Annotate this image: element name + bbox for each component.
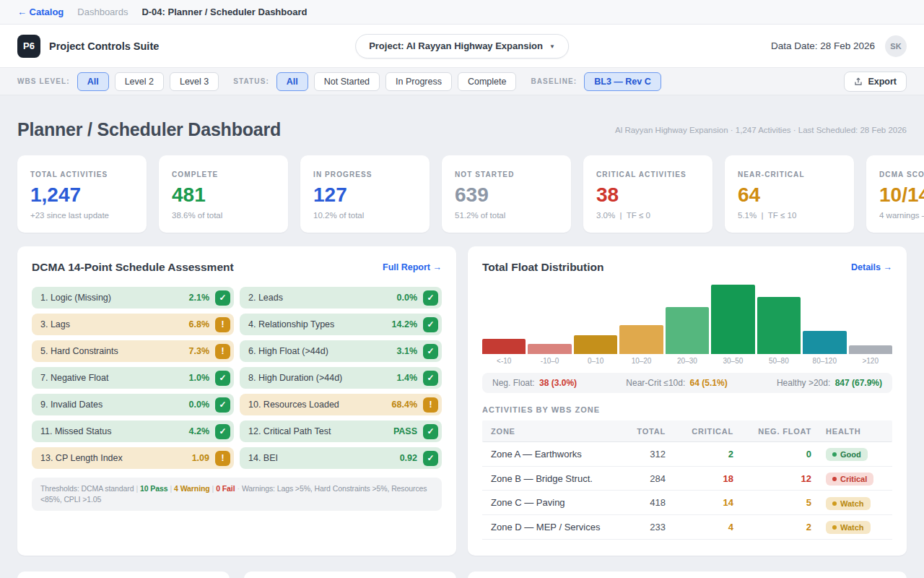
project-selector[interactable]: Project: Al Rayyan Highway Expansion ▼: [355, 34, 569, 59]
health-badge: Critical: [826, 473, 873, 486]
filter-status-not-started[interactable]: Not Started: [314, 72, 380, 91]
wbs-neg-float: 12: [733, 473, 811, 484]
breadcrumb-back-link[interactable]: ← Catalog: [17, 7, 64, 17]
avatar[interactable]: SK: [885, 35, 907, 57]
dcma-metric-value: 7.3%: [189, 346, 210, 356]
kpi-label: CRITICAL ACTIVITIES: [596, 171, 699, 178]
dcma-panel-title: DCMA 14-Point Schedule Assessment: [32, 261, 234, 274]
dcma-metric-label: 1. Logic (Missing): [40, 293, 111, 303]
wbs-critical: 18: [666, 473, 733, 484]
check-icon: ✓: [423, 371, 438, 386]
data-date: Data Date: 28 Feb 2026: [771, 40, 875, 51]
partial-card-3: [468, 571, 907, 578]
health-label: Watch: [840, 523, 864, 532]
kpi-sub: 3.0% | TF ≤ 0: [596, 211, 699, 220]
filter-group-status: STATUS:AllNot StartedIn ProgressComplete: [233, 72, 516, 91]
dcma-metric-value: 6.8%: [189, 319, 210, 329]
float-legend-label: Neg. Float:: [492, 378, 537, 388]
check-icon: ✓: [215, 371, 230, 386]
filter-bar: WBS LEVEL:AllLevel 2Level 3STATUS:AllNot…: [0, 68, 924, 95]
histogram-bar: [849, 345, 892, 354]
float-legend-value: 64 (5.1%): [690, 378, 728, 388]
dcma-metric-label: 5. Hard Constraints: [40, 346, 118, 356]
dcma-metric: 11. Missed Status4.2%✓: [32, 420, 234, 442]
histogram-bar-label: 20–30: [666, 357, 709, 365]
histogram-bar: [482, 339, 526, 354]
dcma-metric-label: 9. Invalid Dates: [40, 400, 103, 410]
histogram-bar: [528, 344, 571, 354]
page-title: Planner / Scheduler Dashboard: [17, 119, 281, 140]
filter-status-in-progress[interactable]: In Progress: [385, 72, 452, 91]
health-dot-icon: [832, 452, 837, 457]
float-legend: Neg. Float: 38 (3.0%)Near-Crit ≤10d: 64 …: [482, 373, 892, 393]
histogram-bar-label: 50–80: [757, 357, 801, 365]
breadcrumb-section[interactable]: Dashboards: [77, 7, 128, 17]
histogram-bar-label: 30–50: [711, 357, 754, 365]
warning-icon: !: [215, 317, 230, 332]
health-label: Critical: [840, 475, 867, 483]
wbs-zone-name: Zone A — Earthworks: [482, 449, 615, 460]
dcma-metric: 4. Relationship Types14.2%✓: [240, 314, 442, 335]
kpi-sub: 38.6% of total: [172, 211, 275, 220]
kpi-label: COMPLETE: [172, 171, 275, 178]
filter-label-wbs-level: WBS LEVEL:: [17, 77, 70, 85]
kpi-value: 127: [313, 184, 417, 207]
check-icon: ✓: [423, 424, 438, 439]
kpi-value: 481: [172, 184, 275, 207]
wbs-total: 233: [615, 522, 666, 532]
float-legend-value: 847 (67.9%): [835, 378, 882, 388]
filter-status-all[interactable]: All: [276, 72, 308, 91]
wbs-zone-table: ZONETOTALCRITICALNEG. FLOATHEALTHZone A …: [482, 420, 892, 540]
histogram-bar-label: -10–0: [528, 357, 571, 365]
wbs-neg-float: 2: [733, 522, 811, 532]
page-subtitle: Al Rayyan Highway Expansion · 1,247 Acti…: [615, 126, 907, 134]
float-legend-value: 38 (3.0%): [539, 378, 577, 388]
health-label: Good: [840, 450, 861, 459]
filter-wbs-level-level-3[interactable]: Level 3: [170, 72, 219, 91]
dcma-metric-label: 10. Resources Loaded: [248, 400, 339, 410]
histogram-bar-label: 0–10: [574, 357, 617, 365]
histogram-bar: [574, 335, 617, 354]
export-button[interactable]: Export: [844, 72, 907, 92]
histogram-bar: [619, 325, 663, 354]
health-badge: Watch: [826, 521, 871, 534]
filter-wbs-level-level-2[interactable]: Level 2: [115, 72, 164, 91]
wbs-table-header: ZONETOTALCRITICALNEG. FLOATHEALTH: [482, 420, 892, 442]
kpi-label: NOT STARTED: [455, 171, 558, 178]
warning-icon: !: [423, 397, 438, 413]
dcma-metric-label: 4. Relationship Types: [248, 319, 334, 329]
float-legend-item: Neg. Float: 38 (3.0%): [492, 378, 577, 388]
wbs-neg-float: 0: [733, 449, 811, 460]
dcma-full-report-link[interactable]: Full Report →: [383, 262, 442, 272]
dcma-metric-value: 4.2%: [189, 426, 210, 436]
filter-wbs-level-all[interactable]: All: [77, 72, 109, 91]
kpi-sub: 10.2% of total: [313, 211, 417, 220]
wbs-col-header: NEG. FLOAT: [733, 427, 811, 436]
dcma-metric: 6. High Float (>44d)3.1%✓: [240, 340, 442, 362]
histogram-bar: [666, 307, 709, 354]
float-details-link[interactable]: Details →: [851, 262, 892, 272]
wbs-table-row: Zone A — Earthworks31220Good: [482, 442, 892, 467]
dcma-metric: 2. Leads0.0%✓: [240, 287, 442, 309]
dcma-metric-value: 1.09: [192, 453, 209, 463]
filter-status-complete[interactable]: Complete: [458, 72, 517, 91]
health-dot-icon: [832, 525, 837, 530]
float-legend-item: Near-Crit ≤10d: 64 (5.1%): [626, 378, 727, 388]
float-distribution-panel: Total Float Distribution Details → <-10-…: [468, 246, 907, 556]
histogram-bar-label: <-10: [482, 357, 526, 365]
dcma-metric-value: 1.4%: [397, 373, 418, 383]
kpi-sub: 5.1% | TF ≤ 10: [738, 211, 841, 220]
health-dot-icon: [832, 501, 837, 506]
wbs-table-row: Zone B — Bridge Struct.2841812Critical: [482, 467, 892, 491]
wbs-critical: 4: [666, 522, 733, 532]
dcma-thresholds-note: Thresholds: DCMA standard|10 Pass|4 Warn…: [32, 478, 442, 511]
wbs-total: 284: [615, 473, 666, 484]
dcma-metric: 14. BEI0.92✓: [240, 447, 442, 469]
dcma-metric-label: 11. Missed Status: [40, 426, 111, 436]
kpi-card-near-critical: NEAR-CRITICAL645.1% | TF ≤ 10: [725, 155, 854, 233]
filter-baseline-bl3-rev-c[interactable]: BL3 — Rev C: [584, 72, 661, 91]
wbs-total: 312: [615, 449, 666, 460]
wbs-health-cell: Watch: [811, 519, 892, 534]
float-histogram: [482, 283, 892, 354]
kpi-value: 10/14: [879, 184, 924, 207]
